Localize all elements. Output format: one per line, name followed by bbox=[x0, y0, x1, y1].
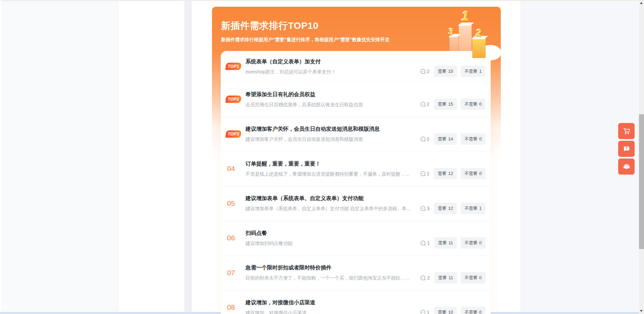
podium-number-1: 1 bbox=[462, 9, 469, 24]
rank-cell: TOP1 bbox=[226, 63, 246, 70]
need-button[interactable]: 需要11 bbox=[434, 272, 457, 284]
rank-cell: 08 bbox=[226, 303, 246, 311]
cart-icon bbox=[622, 127, 631, 135]
item-controls: 1 需要12 不需要0 bbox=[420, 168, 486, 179]
comment-icon bbox=[420, 101, 426, 107]
panel-divider bbox=[185, 1, 192, 314]
help-button[interactable]: ? bbox=[618, 141, 635, 157]
comment-count-value: 3 bbox=[427, 206, 430, 211]
item-controls: 2 需要15 不需要1 bbox=[420, 66, 486, 77]
rank-cell: 05 bbox=[226, 199, 246, 207]
scrollbar[interactable] bbox=[639, 0, 644, 314]
not-need-button[interactable]: 不需要0 bbox=[461, 168, 485, 179]
comment-count-value: 2 bbox=[427, 102, 430, 107]
comment-count-value: 1 bbox=[427, 171, 430, 176]
demand-item[interactable]: 04 订单提醒，重要，重要，重要！ 不管是线上还是线下，希望增加云语音提醒都特别… bbox=[221, 151, 491, 186]
demand-desc: 会员完善生日后赠优惠券，且系统默认推送生日权益信息 bbox=[246, 101, 414, 108]
need-button[interactable]: 需要10 bbox=[434, 307, 457, 314]
not-need-button[interactable]: 不需要0 bbox=[461, 99, 485, 110]
demand-title[interactable]: 建议增加客户关怀，会员生日自动发送短消息和模版消息 bbox=[246, 125, 414, 133]
item-controls: 2 需要14 不需要0 bbox=[420, 133, 486, 145]
sidebar-column bbox=[118, 1, 185, 314]
comment-count: 1 bbox=[420, 240, 430, 246]
demand-desc: 不管是线上还是线下，希望增加云语音提醒都特别重要，不漏单，及时提醒，... bbox=[246, 171, 414, 177]
not-need-button[interactable]: 不需要0 bbox=[461, 133, 485, 145]
rank-number: 07 bbox=[226, 269, 235, 276]
rank-cell: TOP3 bbox=[226, 130, 246, 138]
comment-count: 2 bbox=[420, 101, 430, 107]
demand-title[interactable]: 系统表单（自定义表单）加支付 bbox=[246, 58, 414, 65]
rank-cell: 06 bbox=[226, 234, 246, 242]
demand-item[interactable]: TOP3 建议增加客户关怀，会员生日自动发送短消息和模版消息 建议增加客户关怀，… bbox=[221, 117, 491, 152]
need-button[interactable]: 需要14 bbox=[434, 133, 457, 145]
demand-item[interactable]: 07 急需一个限时折扣或者限时特价插件 目前的秒杀太不方便了，不能加购，一个一个… bbox=[221, 256, 491, 291]
floating-action-stack: ? bbox=[618, 123, 635, 176]
need-button[interactable]: 需要15 bbox=[434, 99, 457, 110]
demand-desc: eweishop群主，刘总说可以弄个表单支付！ bbox=[246, 68, 414, 75]
customer-service-button[interactable] bbox=[618, 159, 635, 175]
rank-cell: 07 bbox=[226, 269, 246, 277]
demand-title[interactable]: 建议增加，对接微信小店渠道 bbox=[246, 299, 414, 306]
item-controls: 1 需要10 不需要0 bbox=[420, 307, 486, 314]
comment-icon bbox=[420, 275, 426, 281]
item-texts: 建议增加客户关怀，会员生日自动发送短消息和模版消息 建议增加客户关怀，会员生日自… bbox=[246, 125, 420, 142]
demand-title[interactable]: 建议增加表单（系统表单、自定义表单）支付功能 bbox=[246, 195, 414, 202]
podium-bar-first bbox=[459, 24, 472, 54]
comment-count-value: 1 bbox=[427, 310, 430, 314]
not-need-button[interactable]: 不需要0 bbox=[461, 307, 485, 314]
item-texts: 订单提醒，重要，重要，重要！ 不管是线上还是线下，希望增加云语音提醒都特别重要，… bbox=[246, 160, 420, 177]
rank-number: 08 bbox=[226, 303, 235, 311]
item-controls: 1 需要11 不需要0 bbox=[420, 237, 485, 249]
item-texts: 急需一个限时折扣或者限时特价插件 目前的秒杀太不方便了，不能加购，一个一个买，咱… bbox=[246, 264, 420, 281]
need-button[interactable]: 需要12 bbox=[434, 203, 457, 214]
demand-desc: 建议增加客户关怀，会员生日自动发送短消息和模版消息 bbox=[246, 136, 414, 142]
comment-icon bbox=[420, 205, 426, 211]
need-button[interactable]: 需要11 bbox=[434, 237, 457, 249]
help-icon: ? bbox=[622, 144, 631, 153]
demand-item[interactable]: 05 建议增加表单（系统表单、自定义表单）支付功能 建议增加表单（系统表单、自定… bbox=[221, 186, 491, 221]
podium-bar-third bbox=[449, 36, 459, 54]
demand-title[interactable]: 订单提醒，重要，重要，重要！ bbox=[246, 160, 414, 168]
comment-count: 2 bbox=[420, 275, 430, 281]
comment-count: 2 bbox=[420, 68, 430, 74]
podium-illustration: 3 1 2 bbox=[448, 13, 498, 61]
demand-title[interactable]: 急需一个限时折扣或者限时特价插件 bbox=[246, 264, 414, 271]
not-need-button[interactable]: 不需要1 bbox=[461, 66, 485, 77]
comment-icon bbox=[420, 68, 426, 74]
item-controls: 2 需要15 不需要0 bbox=[420, 99, 486, 110]
comment-count-value: 2 bbox=[427, 275, 430, 280]
not-need-button[interactable]: 不需要1 bbox=[461, 203, 485, 214]
comment-count: 3 bbox=[420, 205, 430, 211]
ranking-list-card: TOP1 系统表单（自定义表单）加支付 eweishop群主，刘总说可以弄个表单… bbox=[221, 51, 491, 314]
comment-icon bbox=[420, 309, 426, 314]
demand-title[interactable]: 扫码点餐 bbox=[246, 230, 414, 237]
scroll-up-arrow-icon[interactable] bbox=[640, 2, 643, 4]
demand-desc: 目前的秒杀太不方便了，不能加购，一个一个买，咱们跟他淘宝京东不能比，... bbox=[246, 274, 414, 281]
cart-button[interactable] bbox=[618, 123, 635, 139]
left-background-panel bbox=[1, 1, 118, 314]
top-rank-badge: TOP3 bbox=[225, 130, 241, 138]
customer-service-icon bbox=[622, 162, 631, 171]
need-button[interactable]: 需要12 bbox=[434, 168, 457, 179]
rank-cell: 04 bbox=[226, 165, 246, 173]
demand-desc: 建议增加表单（系统表单、自定义表单）支付功能 自定义表单中的多选框、单... bbox=[246, 205, 414, 212]
demand-title[interactable]: 希望添加生日有礼的会员权益 bbox=[246, 91, 414, 98]
window-top-edge bbox=[0, 0, 639, 1]
scroll-down-arrow-icon[interactable] bbox=[640, 310, 643, 312]
need-button[interactable]: 需要15 bbox=[434, 66, 457, 77]
comment-count-value: 1 bbox=[427, 240, 430, 246]
scrollbar-thumb[interactable] bbox=[639, 114, 644, 249]
item-texts: 扫码点餐 建议增加扫码点餐功能 bbox=[246, 230, 420, 247]
window-left-edge bbox=[0, 0, 1, 314]
comment-icon bbox=[420, 171, 426, 177]
item-controls: 3 需要12 不需要1 bbox=[420, 203, 486, 214]
demand-item[interactable]: 06 扫码点餐 建议增加扫码点餐功能 1 需要11 不需要0 bbox=[221, 221, 491, 256]
not-need-button[interactable]: 不需要0 bbox=[461, 237, 485, 249]
demand-item[interactable]: TOP2 希望添加生日有礼的会员权益 会员完善生日后赠优惠券，且系统默认推送生日… bbox=[221, 82, 491, 117]
demand-desc: 建议增加扫码点餐功能 bbox=[246, 240, 414, 247]
podium-bar-second bbox=[472, 38, 486, 58]
item-texts: 系统表单（自定义表单）加支付 eweishop群主，刘总说可以弄个表单支付！ bbox=[246, 58, 420, 75]
not-need-button[interactable]: 不需要0 bbox=[461, 272, 485, 284]
demand-item[interactable]: 08 建议增加，对接微信小店渠道 建议增加，对接微信小店渠道 1 需要10 不需… bbox=[221, 290, 491, 314]
top-rank-badge: TOP2 bbox=[225, 96, 241, 103]
